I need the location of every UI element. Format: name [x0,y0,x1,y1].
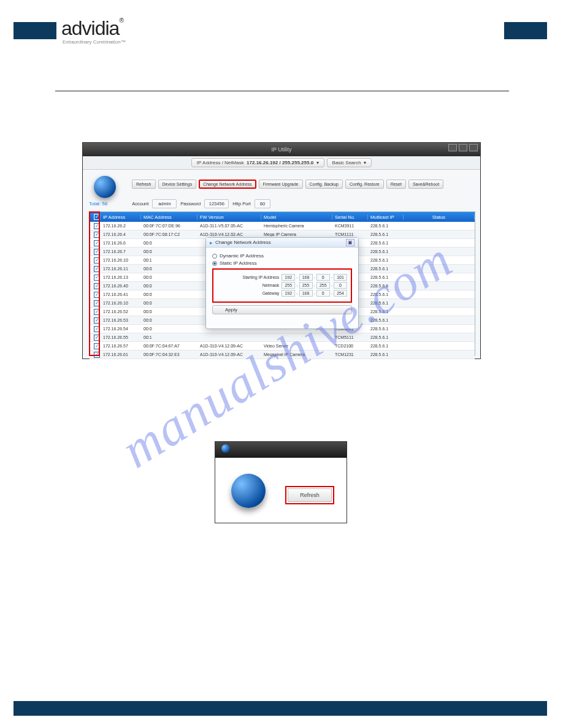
row-checkbox[interactable]: ✓ [90,249,101,255]
cell-multicast: 228.5.6.1 [368,309,404,314]
col-multicast[interactable]: Multicast IP [368,214,404,220]
cell-mac: 00:0 [141,318,197,322]
row-checkbox[interactable]: ✓ [90,343,101,349]
cell-mac: 00:0 [141,249,197,254]
table-row[interactable]: ✓172.16.26.200:0F:7C:07:DE:96A1D-311-V5.… [90,222,475,230]
col-mac[interactable]: MAC Address [141,214,197,220]
cell-mac: 00:0 [141,292,197,297]
cell-multicast: 228.5.6.1 [368,232,404,237]
cell-multicast: 228.5.6.1 [368,327,404,331]
footer-bar [13,701,547,716]
cell-multicast: 228.5.6.1 [368,224,404,228]
netmask-input[interactable]: 255.255.255.0 [282,282,347,289]
dialog-close-icon[interactable]: ▣ [346,239,354,246]
row-checkbox[interactable]: ✓ [90,283,101,289]
static-ip-radio[interactable]: Static IP Address [212,260,352,266]
mini-titlebar [215,442,347,458]
cell-ip: 172.16.26.10 [101,258,141,262]
cell-ip: 172.16.26.53 [101,318,141,322]
apply-button[interactable]: Apply [212,305,352,314]
account-input[interactable]: admin [152,199,177,208]
password-input[interactable]: 123456 [204,199,229,208]
col-model[interactable]: Model [261,214,332,220]
cell-ip: 172.16.26.57 [101,344,141,348]
starting-ip-input[interactable]: 192.168.0.101 [282,274,347,281]
row-checkbox[interactable]: ✓ [90,232,101,238]
row-checkbox[interactable]: ✓ [90,317,101,324]
cell-fw: A1D-310-V4.12.09-AC [197,344,261,348]
row-checkbox[interactable]: ✓ [90,240,101,246]
row-checkbox[interactable]: ✓ [90,257,101,264]
cell-mac: 00:1 [141,335,197,339]
maximize-icon[interactable] [459,144,467,151]
globe-icon [94,176,116,198]
cell-mac: 00:0 [141,267,197,271]
col-status[interactable]: Status [404,214,475,220]
refresh-button[interactable]: Refresh [132,180,156,189]
dialog-title: Change Network Address [215,240,271,245]
device-settings-button[interactable]: Device Settings [158,180,197,189]
table-row[interactable]: ✓172.16.26.5500:1TCM5111228.5.6.1 [90,333,475,342]
close-icon[interactable] [469,144,478,151]
row-checkbox[interactable]: ✓ [90,292,101,298]
reset-button[interactable]: Reset [386,180,406,189]
col-checkbox[interactable]: ✓ [90,214,101,220]
cell-mac: 00:0F:7C:08:17:C2 [141,232,197,237]
cell-multicast: 228.5.6.1 [368,352,404,357]
ip-fields-highlight: Starting IP Address 192.168.0.101 Netmas… [212,268,352,303]
chevron-right-icon: ▸ [210,240,213,246]
cell-ip: 172.16.26.11 [101,267,141,271]
minimize-icon[interactable] [448,144,457,151]
starting-ip-label: Starting IP Address [229,275,279,279]
gateway-input[interactable]: 192.168.0.254 [282,290,347,297]
col-ip[interactable]: IP Address [101,214,141,220]
cell-multicast: 228.5.6.1 [368,249,404,254]
refresh-highlight [285,486,334,504]
http-port-input[interactable]: 80 [255,199,270,208]
refresh-window: Refresh [215,441,347,523]
cell-multicast: 228.5.6.1 [368,275,404,279]
cell-multicast: 228.5.6.1 [368,292,404,297]
cell-mac: 00:0 [141,275,197,279]
basic-search-pill[interactable]: Basic Search ▾ [327,158,372,167]
divider [55,91,509,91]
row-checkbox[interactable]: ✓ [90,335,101,341]
config-restore-button[interactable]: Config. Restore [345,180,384,189]
change-network-dialog: ▸ Change Network Address ▣ Dynamic IP Ad… [205,237,359,329]
cell-fw: A1D-310-V4.12.09-AC [197,352,261,357]
cell-ip: 172.16.26.10 [101,301,141,305]
firmware-upgrade-button[interactable]: Firmware Upgrade [259,180,303,189]
row-checkbox[interactable]: ✓ [90,223,101,229]
col-fw[interactable]: FW Version [197,214,261,220]
cell-multicast: 228.5.6.1 [368,335,404,339]
window-title: IP Utility [272,146,292,153]
cell-serial: TCM5111 [332,335,368,339]
cell-multicast: 228.5.6.6 [368,284,404,288]
change-network-address-button[interactable]: Change Network Address [199,180,256,189]
save-reboot-button[interactable]: Save&Reboot [408,180,443,189]
total-count: Total: 58 [89,201,107,207]
table-row[interactable]: ✓172.16.26.5700:0F:7C:04:67:A7A1D-310-V4… [90,342,475,351]
cell-serial: TCM1231 [332,352,368,357]
row-checkbox[interactable]: ✓ [90,309,101,315]
brand-tagline: Extraordinary Combination™ [63,39,126,45]
cell-mac: 00:0F:7C:04:32:E3 [141,352,197,357]
row-checkbox[interactable]: ✓ [90,266,101,272]
col-serial[interactable]: Serial No. [332,214,368,220]
radio-icon [212,254,217,259]
cell-model: Video Server [261,344,332,348]
cell-mac: 00:0F:7C:04:67:A7 [141,344,197,348]
cell-mac: 00:0F:7C:07:DE:96 [141,224,197,228]
cell-ip: 172.16.26.54 [101,327,141,331]
cell-multicast: 228.5.6.1 [368,241,404,245]
table-row[interactable]: ✓172.16.26.6100:0F:7C:04:32:E3A1D-310-V4… [90,351,475,359]
globe-icon [221,444,230,453]
ip-netmask-pill[interactable]: IP Address / NetMask 172.16.26.192 / 255… [191,158,324,167]
config-backup-button[interactable]: Config. Backup [305,180,343,189]
row-checkbox[interactable]: ✓ [90,326,101,332]
dynamic-ip-radio[interactable]: Dynamic IP Address [212,253,352,259]
row-checkbox[interactable]: ✓ [90,352,101,358]
row-checkbox[interactable]: ✓ [90,300,101,306]
row-checkbox[interactable]: ✓ [90,275,101,281]
cell-ip: 172.16.26.40 [101,284,141,288]
